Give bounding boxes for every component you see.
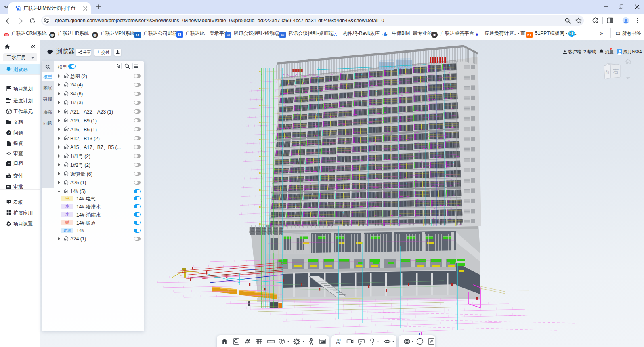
svg-text:?: ? bbox=[8, 131, 10, 135]
svg-text:2D: 2D bbox=[336, 341, 340, 345]
svg-text:右: 右 bbox=[613, 68, 619, 74]
svg-text:前: 前 bbox=[605, 69, 610, 74]
